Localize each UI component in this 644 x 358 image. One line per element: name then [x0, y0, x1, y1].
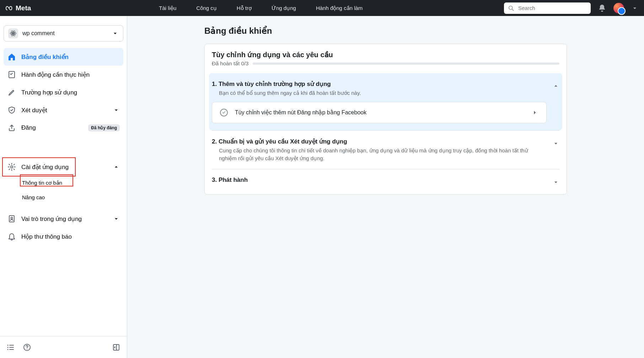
- chevron-down-icon: [552, 140, 559, 147]
- check-circle-icon: [220, 109, 228, 116]
- progress-text: Đã hoàn tất 0/3: [212, 60, 248, 67]
- sidebar-item-label: Cài đặt ứng dụng: [21, 163, 69, 171]
- sidebar-item-dashboard[interactable]: Bảng điều khiển: [4, 48, 123, 66]
- progress-bar: [253, 63, 559, 65]
- step-3[interactable]: 3. Phát hành: [212, 169, 559, 193]
- sidebar-item-todo[interactable]: Hành động cần thực hiện: [4, 66, 123, 83]
- svg-point-12: [7, 349, 9, 350]
- svg-line-1: [512, 9, 514, 10]
- upload-icon: [7, 123, 16, 132]
- notifications-icon[interactable]: [598, 4, 606, 12]
- sidebar-subitem-basic[interactable]: Thông tin cơ bản: [22, 176, 123, 190]
- pencil-icon: [7, 88, 16, 97]
- settings-submenu: Thông tin cơ bản Nâng cao: [4, 176, 123, 204]
- sidebar-item-label: Đăng: [21, 124, 36, 131]
- chevron-down-icon: [552, 179, 559, 186]
- avatar[interactable]: [613, 3, 624, 13]
- sidebar-item-label: Xét duyệt: [21, 107, 47, 114]
- step-desc: Bạn có thể bổ sung thêm ngay cả khi đã h…: [212, 89, 547, 97]
- nav-actions[interactable]: Hành động cần làm: [316, 5, 363, 11]
- gear-icon: [7, 162, 16, 172]
- step-title: 3. Phát hành: [212, 177, 547, 184]
- publish-status-badge: Đã hủy đăng: [88, 124, 120, 131]
- step-1-action[interactable]: Tùy chỉnh việc thêm nút Đăng nhập bằng F…: [212, 102, 547, 123]
- app-selector[interactable]: wp comment: [4, 25, 123, 42]
- home-icon: [7, 52, 16, 61]
- sidebar-footer: [0, 336, 127, 358]
- sidebar-item-label: Vai trò trong ứng dụng: [21, 215, 82, 223]
- account-menu-caret-icon[interactable]: [631, 5, 638, 12]
- bell-icon: [7, 232, 16, 241]
- step-title: 2. Chuẩn bị và gửi yêu cầu Xét duyệt ứng…: [212, 138, 547, 145]
- svg-rect-6: [9, 71, 15, 78]
- step-desc: Cung cấp cho chúng tôi thông tin chi tiế…: [212, 147, 547, 162]
- svg-point-9: [11, 217, 13, 219]
- activity-log-icon[interactable]: [6, 343, 15, 352]
- svg-point-2: [12, 33, 14, 34]
- chevron-down-icon: [113, 107, 120, 114]
- chevron-up-icon: [552, 82, 559, 90]
- search-icon: [508, 5, 515, 12]
- nav-tools[interactable]: Công cụ: [196, 5, 217, 11]
- svg-point-7: [11, 166, 13, 168]
- top-nav: Tài liệu Công cụ Hỗ trợ Ứng dụng Hành độ…: [159, 5, 363, 11]
- sidebar-item-alerts[interactable]: Hộp thư thông báo: [4, 228, 123, 245]
- chevron-down-icon: [112, 30, 119, 37]
- nav-docs[interactable]: Tài liệu: [159, 5, 176, 11]
- help-icon[interactable]: [23, 343, 31, 352]
- id-badge-icon: [7, 214, 16, 223]
- nav-support[interactable]: Hỗ trợ: [237, 5, 252, 11]
- sidebar-item-review[interactable]: Xét duyệt: [4, 101, 123, 119]
- svg-point-10: [7, 345, 9, 346]
- sidebar-item-settings[interactable]: Cài đặt ứng dụng: [4, 158, 123, 176]
- nav-apps[interactable]: Ứng dụng: [272, 5, 296, 11]
- app-icon: [8, 28, 18, 38]
- app-selector-name: wp comment: [22, 30, 55, 37]
- chevron-down-icon: [113, 215, 120, 222]
- svg-point-17: [27, 349, 27, 349]
- sidebar-item-publish[interactable]: Đăng Đã hủy đăng: [4, 119, 123, 137]
- sidebar: wp comment Bảng điều khiển Hành động cần…: [0, 16, 127, 358]
- main-content: Bảng điều khiển Tùy chỉnh ứng dụng và cá…: [127, 16, 644, 358]
- card-title: Tùy chỉnh ứng dụng và các yêu cầu: [212, 50, 559, 59]
- search-input[interactable]: [517, 5, 587, 11]
- sidebar-item-label: Hộp thư thông báo: [21, 233, 72, 240]
- chevron-up-icon: [113, 163, 120, 170]
- sidebar-item-label: Bảng điều khiển: [21, 53, 69, 61]
- sidebar-subitem-advanced[interactable]: Nâng cao: [22, 190, 123, 204]
- step-title: 1. Thêm và tùy chỉnh trường hợp sử dụng: [212, 80, 547, 88]
- sidebar-nav: Bảng điều khiển Hành động cần thực hiện …: [0, 48, 127, 245]
- page-title: Bảng điều khiển: [204, 26, 567, 36]
- sidebar-subitem-label: Thông tin cơ bản: [22, 180, 62, 186]
- shield-check-icon: [7, 105, 16, 115]
- step-1-action-label: Tùy chỉnh việc thêm nút Đăng nhập bằng F…: [235, 109, 366, 116]
- customize-card: Tùy chỉnh ứng dụng và các yêu cầu Đã hoà…: [204, 44, 567, 195]
- step-2[interactable]: 2. Chuẩn bị và gửi yêu cầu Xét duyệt ứng…: [212, 130, 559, 169]
- meta-infinity-icon: [6, 4, 14, 12]
- step-1[interactable]: 1. Thêm và tùy chỉnh trường hợp sử dụng …: [209, 73, 562, 130]
- sidebar-item-label: Hành động cần thực hiện: [21, 71, 90, 78]
- sidebar-item-label: Trường hợp sử dụng: [21, 89, 77, 96]
- meta-logo[interactable]: Meta: [6, 4, 31, 12]
- sidebar-item-usecases[interactable]: Trường hợp sử dụng: [4, 83, 123, 101]
- svg-point-11: [7, 347, 9, 348]
- search-box[interactable]: [504, 2, 591, 14]
- sidebar-subitem-label: Nâng cao: [22, 194, 45, 200]
- progress-row: Đã hoàn tất 0/3: [212, 60, 559, 67]
- chevron-right-icon: [531, 109, 538, 116]
- checklist-icon: [7, 70, 16, 79]
- collapse-sidebar-icon[interactable]: [112, 343, 120, 352]
- topbar: Meta Tài liệu Công cụ Hỗ trợ Ứng dụng Hà…: [0, 0, 644, 16]
- brand-text: Meta: [16, 4, 31, 12]
- sidebar-item-roles[interactable]: Vai trò trong ứng dụng: [4, 210, 123, 228]
